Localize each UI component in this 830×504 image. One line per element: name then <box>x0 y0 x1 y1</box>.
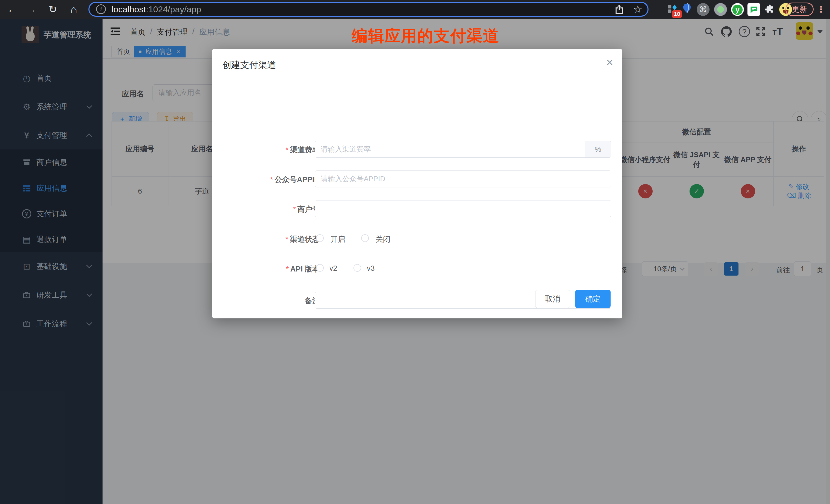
site-info-icon[interactable]: i <box>96 4 106 14</box>
field-label-rate: *渠道费率 <box>227 145 320 155</box>
channel-rate-input[interactable] <box>315 141 585 158</box>
field-label-status: *渠道状态 <box>227 234 320 245</box>
share-icon[interactable] <box>615 4 624 14</box>
radio-status-closed[interactable] <box>361 234 369 242</box>
browser-back-icon[interactable]: ← <box>5 0 20 19</box>
extension-chat-icon[interactable] <box>747 3 760 16</box>
radio-api-v3[interactable] <box>353 264 361 272</box>
url-host: localhost <box>111 4 146 14</box>
extension-badge: 10 <box>672 10 682 18</box>
create-payment-channel-dialog: 创建支付渠道 × *渠道费率 % *公众号APPID *商户号 *渠道状态 开启… <box>212 49 622 318</box>
radio-status-open[interactable] <box>316 234 324 242</box>
browser-home-icon[interactable]: ⌂ <box>66 0 82 19</box>
radio-label-closed[interactable]: 关闭 <box>376 234 390 245</box>
browser-update-button[interactable]: 更新 <box>786 3 813 16</box>
url-path: :1024/pay/app <box>146 4 201 14</box>
address-bar[interactable]: i localhost:1024/pay/app ☆ <box>89 2 648 17</box>
cancel-button[interactable]: 取消 <box>535 290 570 308</box>
field-label-appid: *公众号APPID <box>227 175 320 185</box>
merchant-id-input[interactable] <box>315 200 611 217</box>
browser-forward-icon[interactable]: → <box>24 0 39 19</box>
radio-label-open[interactable]: 开启 <box>330 234 345 245</box>
annotation-title: 编辑应用的支付渠道 <box>333 25 518 46</box>
close-icon[interactable]: × <box>606 56 613 68</box>
screen: ← → ↻ ⌂ i localhost:1024/pay/app ☆ 10 ⌘ … <box>0 0 830 504</box>
extension-y-icon[interactable]: y <box>731 3 744 16</box>
field-label-merchant: *商户号 <box>227 204 320 215</box>
radio-api-v2[interactable] <box>316 264 324 272</box>
dialog-title: 创建支付渠道 <box>222 59 276 71</box>
extension-tag-icon[interactable]: 10 <box>667 3 679 16</box>
extensions-puzzle-icon[interactable] <box>763 3 776 16</box>
extension-command-icon[interactable]: ⌘ <box>697 3 709 16</box>
browser-menu-icon[interactable]: ⋮ <box>817 3 825 16</box>
percent-addon: % <box>585 141 611 158</box>
extension-dot-icon[interactable] <box>714 3 727 16</box>
official-account-appid-input[interactable] <box>315 170 611 187</box>
extension-balloon-icon[interactable] <box>681 3 694 16</box>
field-label-remark: 备注 <box>227 296 320 306</box>
bookmark-star-icon[interactable]: ☆ <box>633 4 642 14</box>
radio-label-v3[interactable]: v3 <box>367 264 375 273</box>
radio-label-v2[interactable]: v2 <box>329 264 337 273</box>
browser-chrome: ← → ↻ ⌂ i localhost:1024/pay/app ☆ 10 ⌘ … <box>0 0 830 19</box>
confirm-button[interactable]: 确定 <box>575 290 611 308</box>
browser-reload-icon[interactable]: ↻ <box>45 0 61 19</box>
field-label-api-version: *API 版本 <box>227 264 320 274</box>
